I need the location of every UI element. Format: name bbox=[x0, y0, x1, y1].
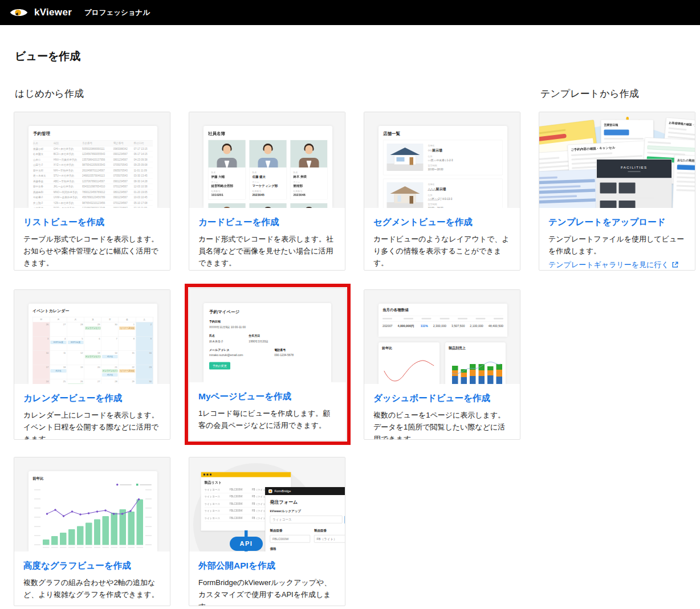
list-view-thumbnail: 予約管理 氏名種別予約番号電話番号受付日時 後藤沙耶GHI〜来社便予約50550… bbox=[14, 112, 170, 208]
thumb-title: 社員名簿 bbox=[208, 131, 328, 137]
segment-view-thumbnail: 店舗一覧 店舗名 ○○展示場 住所 ○○区○○中央通り1-2-3 bbox=[364, 112, 520, 208]
employee-avatar bbox=[250, 140, 287, 167]
employee-avatar bbox=[209, 203, 246, 208]
card-external-api[interactable]: 製品リスト ライトコースFBLC000WFB（ライト）6,000 ライトコースF… bbox=[189, 457, 345, 606]
graph-plot bbox=[43, 489, 143, 545]
mini-table-rows: 後藤沙耶GHI〜来社便予約505502086699011109830883420… bbox=[33, 146, 153, 209]
thumb-title: 予約管理 bbox=[33, 131, 153, 137]
browser-bar bbox=[201, 472, 291, 477]
api-description: FormBridgeのkViewerルックアップや、カスタマイズで使用するAPI… bbox=[198, 577, 336, 606]
template-upload-description: テンプレートファイルを使用してビューを作成します。 bbox=[548, 234, 686, 258]
thumb-title: 前年比 bbox=[32, 476, 153, 481]
dashboard-view-description: 複数のビューを1ページに表示します。データを1箇所で閲覧したい際などに活用できま… bbox=[373, 410, 511, 440]
section-from-template: テンプレートから作成 bbox=[540, 87, 639, 100]
plan-badge: プロフェッショナル bbox=[84, 8, 150, 18]
mypage-view-description: 1レコード毎にビューを作成します。顧客の会員ページなどに活用できます。 bbox=[198, 408, 337, 432]
create-graph-view-link[interactable]: 高度なグラフビューを作成 bbox=[23, 560, 161, 572]
external-link-icon bbox=[671, 261, 679, 268]
card-card-view[interactable]: 社員名簿 氏名 伊藤 大輔 チーム 経営戦略企画部 bbox=[189, 112, 345, 271]
mini-table-header: 氏名種別予約番号電話番号受付日時 bbox=[33, 141, 153, 146]
card-mypage-view[interactable]: 予約マイページ 予約日程 XXXX年11月9日 10:00-11:00 氏名 鈴… bbox=[189, 288, 347, 441]
search-icon bbox=[345, 516, 345, 524]
employee-avatar bbox=[291, 203, 328, 208]
card-list-view[interactable]: 予約管理 氏名種別予約番号電話番号受付日時 後藤沙耶GHI〜来社便予約50550… bbox=[14, 112, 170, 271]
template-doc-facilities: FACILITIES bbox=[596, 159, 672, 208]
api-thumbnail: 製品リスト ライトコースFBLC000WFB（ライト）6,000 ライトコースF… bbox=[189, 457, 345, 551]
shop-list-item: 店舗名 ○○展示場 住所 ○○区○○中央通り1-2-3 営業時間 10:00〜1… bbox=[383, 140, 503, 175]
house-icon bbox=[387, 182, 424, 208]
employee-card: 氏名 チーム 社員番号 bbox=[208, 203, 246, 209]
yoy-chart bbox=[382, 354, 436, 385]
thumb-title: イベントカレンダー bbox=[32, 308, 153, 313]
reservation-change-button: 予約の変更 bbox=[209, 362, 230, 370]
thumb-title: 店舗一覧 bbox=[383, 131, 503, 137]
card-template-upload[interactable]: 営業部日報 お客様情報の確認・変更 ご予約内容の確認・キャンセル bbox=[539, 112, 695, 271]
table-row: 高橋義和MNO〜民間外便予約78901234567890120801234567… bbox=[33, 190, 153, 195]
y-axis-right bbox=[143, 489, 153, 545]
y-axis-left bbox=[32, 489, 43, 545]
create-mypage-view-link[interactable]: Myページビューを作成 bbox=[198, 391, 337, 403]
employee-card: 氏名 伊藤 大輔 チーム 経営戦略企画部 社員番号 1010201 bbox=[208, 140, 246, 200]
formbridge-logo-icon bbox=[268, 489, 272, 493]
thumb-title: 当月の各種数値 bbox=[382, 307, 503, 312]
create-calendar-view-link[interactable]: カレンダービューを作成 bbox=[23, 393, 161, 404]
table-row: 松本陽太BC3〜来社便予約123456789005554309012345670… bbox=[33, 152, 153, 157]
chart-legend bbox=[116, 484, 152, 486]
table-row: 後藤沙耶GHI〜来社便予約505502086699011109830883420… bbox=[33, 146, 153, 152]
x-axis-ticks bbox=[43, 547, 143, 548]
create-list-view-link[interactable]: リストビューを作成 bbox=[23, 216, 161, 228]
calendar-grid: 日月火水木金土26272829オンラインセミナー301セミナー講演会234EXP… bbox=[32, 317, 153, 384]
table-row: 田中太郎NHI〜早朝便予約261049870112456709050705431… bbox=[33, 168, 153, 174]
table-row: 小林爽椎PQR〜本社便予約123456789001234509012345670… bbox=[33, 206, 153, 208]
table-row: 田中京香JKL〜会社便予約654321098765431007012345671… bbox=[33, 184, 153, 190]
mypage-view-thumbnail: 予約マイページ 予約日程 XXXX年11月9日 10:00-11:00 氏名 鈴… bbox=[189, 288, 346, 382]
employee-avatar bbox=[291, 140, 328, 167]
template-upload-link[interactable]: テンプレートをアップロード bbox=[548, 216, 686, 228]
employee-card: 氏名 佐藤 健太 チーム マーケティング部 社員番号 2023045 bbox=[249, 140, 287, 200]
employee-avatar bbox=[250, 203, 287, 208]
template-doc-blue bbox=[539, 169, 604, 208]
card-view-thumbnail: 社員名簿 氏名 伊藤 大輔 チーム 経営戦略企画部 bbox=[189, 112, 345, 208]
create-api-link[interactable]: 外部公開APIを作成 bbox=[198, 560, 336, 572]
api-badge: API bbox=[230, 537, 263, 551]
table-row: 中村優子UVW〜倉庫外便予約45678901234567890901234567… bbox=[33, 195, 153, 201]
table-row: 山田弓子XYZ〜支社便予約987554220509354307050705430… bbox=[33, 162, 153, 168]
card-calendar-view[interactable]: イベントカレンダー 日月火水木金土26272829オンラインセミナー301セミナ… bbox=[14, 289, 170, 440]
create-card-view-link[interactable]: カードビューを作成 bbox=[198, 216, 336, 228]
graph-dots bbox=[43, 489, 143, 545]
employee-card: 氏名 チーム 社員番号 bbox=[290, 203, 328, 209]
card-segment-view[interactable]: 店舗一覧 店舗名 ○○展示場 住所 ○○区○○中央通り1-2-3 bbox=[364, 112, 520, 271]
employee-avatar bbox=[209, 140, 246, 167]
house-icon bbox=[387, 144, 424, 171]
kviewer-eye-icon[interactable] bbox=[9, 6, 29, 19]
highlight-red-frame: 予約マイページ 予約日程 XXXX年11月9日 10:00-11:00 氏名 鈴… bbox=[185, 284, 351, 445]
chart-title: 製品別売上 bbox=[449, 346, 502, 351]
card-graph-view[interactable]: 前年比 bbox=[14, 457, 170, 606]
brand-name[interactable]: kViewer bbox=[34, 7, 72, 18]
employee-card: 氏名 チーム 社員番号 bbox=[249, 203, 287, 209]
segment-view-description: カードビューのようなレイアウトで、より多くの情報を表示することができます。 bbox=[373, 234, 511, 269]
table-row: 井上翔子YZ6〜本社便予約987654321012345607012345670… bbox=[33, 201, 153, 206]
topbar: kViewer プロフェッショナル bbox=[0, 0, 700, 25]
formbridge-window: FormBridge 発注フォーム kViewerルックアップ ライトコース 製… bbox=[265, 487, 345, 551]
employee-card: 氏名 鈴木 美咲 チーム 開発部 社員番号 2023046 bbox=[290, 140, 328, 200]
view-create-page: kViewer プロフェッショナル ビューを作成 はじめから作成 テンプレートか… bbox=[0, 0, 700, 609]
card-dashboard-view[interactable]: 当月の各種数値 2020074,000,000円111%2,300,0003,5… bbox=[364, 289, 520, 440]
calendar-view-thumbnail: イベントカレンダー 日月火水木金土26272829オンラインセミナー301セミナ… bbox=[14, 290, 170, 384]
create-dashboard-view-link[interactable]: ダッシュボードビューを作成 bbox=[373, 393, 511, 404]
stack-chart bbox=[449, 354, 502, 385]
section-from-scratch: はじめから作成 bbox=[15, 87, 84, 100]
dashboard-view-thumbnail: 当月の各種数値 2020074,000,000円111%2,300,0003,5… bbox=[364, 290, 520, 384]
list-view-description: テーブル形式でレコードを表示します。お知らせや案件管理などに幅広く活用できます。 bbox=[23, 234, 161, 269]
page-title: ビューを作成 bbox=[15, 49, 80, 64]
template-gallery-link[interactable]: テンプレートギャラリーを見に行く bbox=[548, 260, 686, 270]
table-row: 山本仁HNV〜営業所便予約135708642013795608012345670… bbox=[33, 157, 153, 163]
calendar-view-description: カレンダー上にレコードを表示します。イベント日程を公開する際などに活用できます。 bbox=[23, 410, 161, 440]
graph-view-description: 複数グラフの組み合わせや2軸の追加など、より複雑なグラフを作成できます。 bbox=[23, 577, 161, 601]
card-view-description: カード形式でレコードを表示します。社員名簿などで画像を見せたい場合に活用できます… bbox=[198, 234, 336, 269]
shop-list-item: 店舗名 △△△展示場 住所 △△区△△2丁目3-13-3 営業時間 10:00〜… bbox=[383, 179, 503, 209]
template-doc-attendance: あなたの勤怠 bbox=[672, 155, 695, 208]
table-row: 佐々木健太STU〜支社便予約24681035790461130705070543… bbox=[33, 173, 153, 179]
chart-title: 前年比 bbox=[382, 346, 436, 351]
create-segment-view-link[interactable]: セグメントビューを作成 bbox=[373, 216, 511, 228]
